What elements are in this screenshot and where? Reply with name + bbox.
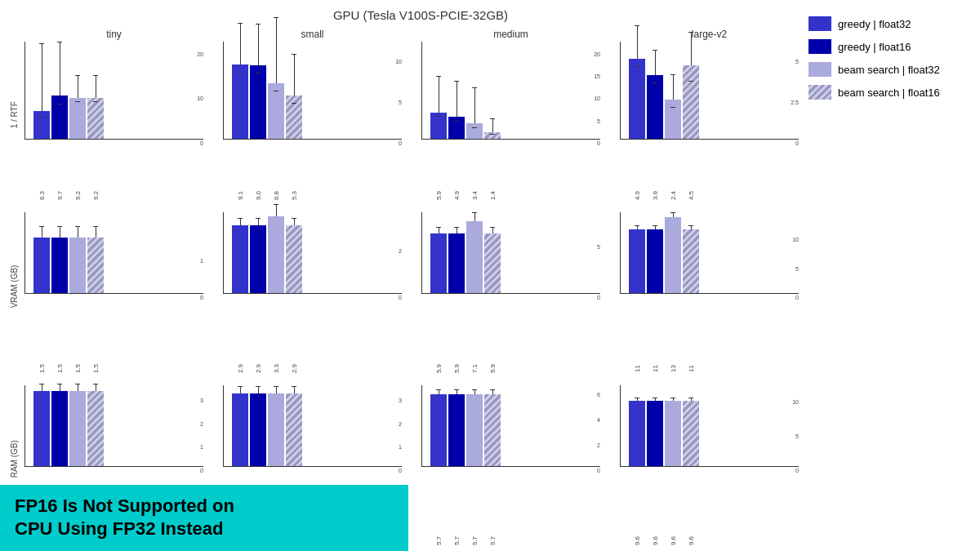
bar — [51, 96, 68, 139]
error-bar-line — [60, 42, 60, 96]
error-bar-top-cap — [274, 17, 278, 18]
bar-fill — [430, 394, 447, 466]
error-bar-top-cap — [238, 218, 243, 219]
bar — [268, 216, 284, 293]
error-bar-line — [240, 387, 241, 394]
error-bar-top-cap — [472, 87, 477, 88]
chart-inner: 05101520 — [407, 42, 600, 188]
chart-plot: 01020 — [24, 42, 203, 140]
error-bar-line — [78, 227, 78, 238]
bar-fill — [448, 394, 465, 466]
error-bar-top-cap — [688, 398, 693, 398]
error-bar-line — [691, 398, 692, 401]
error-bar-top-cap — [635, 398, 639, 398]
bar-fill — [683, 229, 699, 294]
bar-fill — [484, 233, 501, 294]
chart-inner: 0246 — [407, 385, 600, 533]
chart-inner: 1 / RTF01020 — [10, 42, 203, 188]
x-labels-row: 9.19.06.85.3 — [208, 188, 402, 196]
bar — [51, 238, 68, 293]
error-bar-bottom-cap — [238, 72, 243, 73]
y-tick-label: 0 — [200, 295, 203, 300]
x-tick-label: 9.6 — [688, 531, 695, 549]
error-bar-top-cap — [39, 226, 44, 227]
error-bar-bottom-cap — [57, 104, 62, 104]
y-axis-label — [208, 42, 223, 188]
chart-plot: 01 — [24, 212, 203, 294]
notification-banner: FP16 Is Not Supported on CPU Using FP32 … — [0, 485, 408, 551]
chart-plot: 0246 — [421, 385, 600, 467]
x-labels-row: 11111311 — [605, 361, 799, 369]
error-bar-top-cap — [292, 386, 296, 387]
bar-fill — [232, 225, 248, 293]
bar — [286, 96, 302, 139]
chart-inner: VRAM (GB)01 — [10, 212, 203, 360]
error-bar-line — [673, 213, 674, 218]
bar — [466, 221, 483, 294]
bar-fill — [665, 217, 681, 293]
bar-fill — [51, 391, 68, 465]
chart-cell-r0-c1: small05109.19.06.85.3 — [207, 27, 403, 198]
bar-fill — [33, 391, 50, 465]
chart-inner: 0510 — [605, 212, 799, 360]
bar-fill — [286, 96, 302, 139]
bar — [448, 233, 465, 294]
y-tick-label: 0 — [795, 467, 799, 473]
bar — [69, 98, 86, 139]
error-bar-top-cap — [653, 50, 657, 51]
bar — [683, 229, 699, 294]
error-bar-line — [492, 119, 493, 132]
bar — [250, 393, 266, 466]
bar-fill — [466, 221, 483, 294]
legend-area: greedy | float32greedy | float16beam sea… — [800, 8, 972, 543]
error-bar-line — [474, 88, 475, 124]
error-bar-line — [96, 384, 96, 392]
error-bar-line — [655, 398, 656, 401]
bar — [466, 394, 483, 466]
error-bar-line — [96, 227, 96, 238]
legend-color-box — [808, 62, 831, 77]
error-bar-top-cap — [256, 24, 261, 24]
y-axis-label — [407, 212, 421, 360]
error-bar-top-cap — [292, 54, 296, 55]
notification-line1: FP16 Is Not Supported on — [15, 495, 394, 518]
x-labels-row: 2.92.93.32.9 — [208, 361, 402, 369]
error-bar-line — [276, 18, 277, 83]
error-bar-top-cap — [490, 389, 495, 390]
bar — [466, 123, 483, 139]
y-tick-label: 5 — [795, 265, 799, 271]
bar-fill — [268, 83, 284, 139]
y-tick-label: 20 — [594, 51, 600, 56]
y-tick-label: 10 — [792, 399, 799, 405]
bar-fill — [268, 216, 284, 293]
y-tick-label: 15 — [594, 73, 600, 79]
bar — [484, 394, 501, 466]
x-labels-row: 5.94.93.41.4 — [407, 188, 600, 196]
error-bar-line — [492, 228, 493, 233]
error-bar-line — [60, 384, 60, 392]
column-title: tiny — [24, 29, 203, 40]
chart-cell-r1-c3: 051011111311 — [604, 199, 800, 370]
bar — [286, 225, 302, 293]
y-tick-label: 0 — [597, 467, 600, 473]
chart-inner: 05 — [407, 212, 600, 360]
legend-color-box — [808, 39, 831, 54]
chart-inner: 0510 — [605, 385, 799, 533]
bar — [665, 217, 681, 293]
chart-plot: 02.55 — [620, 42, 799, 140]
bar-fill — [33, 111, 50, 139]
notification-line2: CPU Using FP32 Instead — [15, 518, 394, 541]
error-bar-top-cap — [93, 226, 98, 227]
error-bar-line — [258, 387, 259, 394]
error-bar-line — [294, 219, 295, 226]
y-axis-label — [605, 212, 620, 360]
chart-plot: 0510 — [223, 42, 402, 140]
y-tick-label: 2 — [200, 420, 203, 426]
error-bar-top-cap — [653, 225, 657, 226]
bar-fill — [69, 238, 86, 293]
x-tick-label: 5.7 — [435, 531, 443, 549]
error-bar-top-cap — [454, 389, 459, 390]
error-bar-top-cap — [238, 23, 243, 24]
error-bar-line — [439, 77, 439, 113]
error-bar-line — [673, 398, 674, 401]
